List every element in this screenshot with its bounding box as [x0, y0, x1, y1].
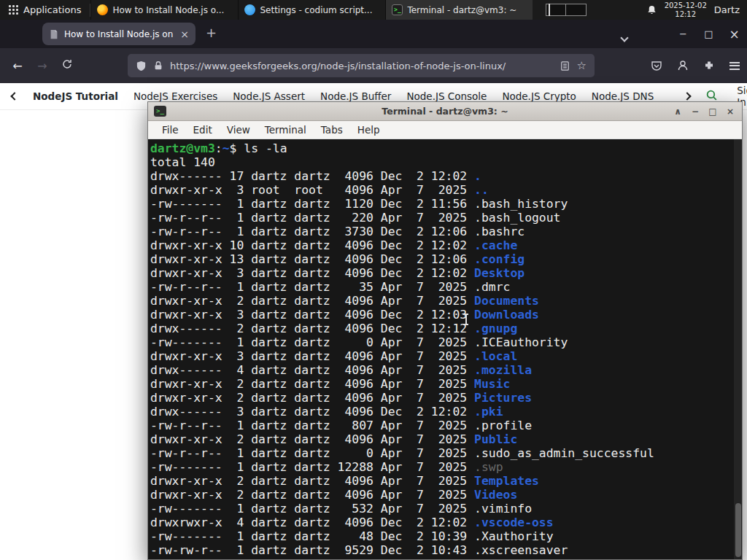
close-button[interactable]: × [724, 106, 736, 117]
top-panel: Applications How to Install Node.js o...… [0, 0, 747, 20]
mouse-cursor-ibeam [462, 313, 469, 326]
menu-view[interactable]: View [220, 124, 258, 136]
toolbar-right-icons [651, 54, 740, 77]
window-controls: − □ × [670, 20, 747, 48]
chevron-down-icon [620, 34, 628, 42]
url-text: https://www.geeksforgeeks.org/node-js/in… [170, 61, 553, 71]
maximize-button[interactable]: □ [707, 106, 719, 117]
workspace-window-thumb [549, 4, 550, 16]
lock-icon[interactable] [153, 61, 163, 71]
applications-icon [9, 5, 18, 15]
taskbar-button-firefox[interactable]: How to Install Node.js o... [90, 0, 238, 20]
page-favicon-icon [49, 29, 59, 39]
menu-file[interactable]: File [155, 124, 186, 136]
terminal-titlebar[interactable]: >_ Terminal - dartz@vm3: ~ ∧ − □ × [148, 102, 742, 121]
menu-edit[interactable]: Edit [186, 124, 220, 136]
terminal-output[interactable]: dartz@vm3:~$ ls -latotal 140drwx------ 1… [148, 139, 742, 559]
scrollbar-thumb[interactable] [735, 503, 741, 557]
taskbar-label: How to Install Node.js o... [112, 5, 224, 15]
maximize-button[interactable]: □ [696, 28, 721, 39]
new-tab-button[interactable]: + [206, 25, 217, 40]
shield-icon[interactable] [136, 61, 147, 71]
minimize-button[interactable]: − [689, 106, 701, 117]
terminal-scrollbar[interactable] [734, 139, 742, 559]
tab-title: How to Install Node.js on [64, 29, 175, 39]
url-bar[interactable]: https://www.geeksforgeeks.org/node-js/in… [128, 54, 595, 77]
shade-button[interactable]: ∧ [672, 106, 684, 117]
terminal-menubar: File Edit View Terminal Tabs Help [148, 121, 742, 139]
menu-terminal[interactable]: Terminal [258, 124, 314, 136]
terminal-title: Terminal - dartz@vm3: ~ [148, 106, 742, 117]
workspace-2[interactable] [566, 4, 587, 16]
firefox-icon [97, 4, 108, 15]
gfg-nav-item-buffer[interactable]: Node.JS Buffer [320, 90, 391, 102]
taskbar-button-terminal[interactable]: >_ Terminal - dartz@vm3: ~ [385, 0, 533, 20]
panel-username: Dartz [714, 4, 740, 15]
gfg-nav-item-exercises[interactable]: NodeJS Exercises [133, 90, 217, 102]
menu-icon[interactable] [729, 62, 740, 70]
panel-time: 12:12 [665, 10, 707, 19]
forward-button[interactable]: → [30, 59, 55, 73]
scroll-right-icon[interactable] [684, 92, 692, 100]
reload-button[interactable] [55, 58, 80, 73]
panel-right: 2025-12-02 12:12 Dartz [646, 1, 747, 19]
gfg-nav-item-crypto[interactable]: Node.JS Crypto [502, 90, 576, 102]
applications-menu[interactable]: Applications [0, 0, 90, 20]
terminal-window-buttons: ∧ − □ × [672, 106, 736, 117]
workspace-switcher [546, 4, 587, 16]
list-all-tabs-button[interactable] [622, 30, 627, 44]
minimize-button[interactable]: − [670, 28, 696, 39]
gfg-nav-item-tutorial[interactable]: NodeJS Tutorial [33, 90, 118, 102]
panel-clock: 2025-12-02 12:12 [665, 1, 707, 19]
browser-nav-toolbar: ← → https://www.geeksforgeeks.org/node-j… [0, 48, 747, 83]
terminal-icon: >_ [392, 4, 403, 15]
menu-tabs[interactable]: Tabs [314, 124, 350, 136]
bookmark-star-icon[interactable]: ☆ [577, 59, 587, 72]
terminal-lines: dartz@vm3:~$ ls -latotal 140drwx------ 1… [150, 141, 742, 557]
gfg-nav-item-dns[interactable]: Node.JS DNS [592, 90, 654, 102]
taskbar-label: Terminal - dartz@vm3: ~ [407, 5, 516, 15]
taskbar-button-codium[interactable]: Settings - codium script... [238, 0, 385, 20]
reader-mode-icon[interactable] [560, 61, 570, 71]
menu-help[interactable]: Help [350, 124, 387, 136]
close-button[interactable]: × [721, 27, 747, 42]
desktop: How to Install Node.js on × + − □ × ← → … [0, 0, 747, 560]
taskbar-label: Settings - codium script... [260, 5, 372, 15]
terminal-app-icon: >_ [154, 106, 166, 117]
account-icon[interactable] [677, 60, 689, 71]
browser-tab[interactable]: How to Install Node.js on × [42, 23, 196, 45]
tab-close-icon[interactable]: × [180, 28, 189, 40]
codium-icon [244, 4, 255, 15]
panel-date: 2025-12-02 [665, 1, 707, 10]
extensions-icon[interactable] [703, 60, 715, 71]
gfg-nav-item-console[interactable]: Node.JS Console [406, 90, 487, 102]
workspace-1[interactable] [546, 4, 566, 16]
gfg-nav-item-assert[interactable]: Node.JS Assert [233, 90, 305, 102]
scroll-left-icon[interactable] [10, 92, 18, 100]
notification-bell-icon[interactable] [646, 4, 657, 16]
pocket-icon[interactable] [651, 60, 662, 71]
applications-label: Applications [23, 4, 81, 15]
terminal-window: >_ Terminal - dartz@vm3: ~ ∧ − □ × File … [147, 101, 743, 560]
browser-tab-strip: How to Install Node.js on × + − □ × [0, 20, 747, 48]
back-button[interactable]: ← [5, 59, 30, 73]
